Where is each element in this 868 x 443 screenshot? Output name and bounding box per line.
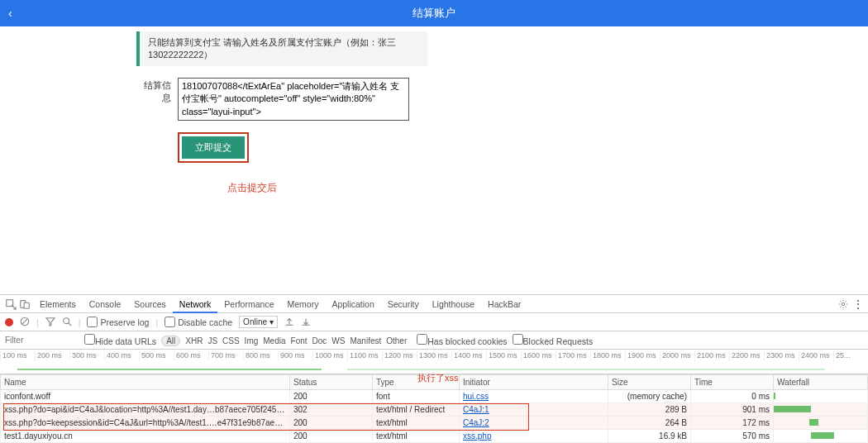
- back-icon[interactable]: ‹: [8, 7, 12, 20]
- page-content: 只能结算到支付宝 请输入姓名及所属支付宝账户（例如：张三 13022222222…: [0, 26, 868, 195]
- settlement-form-row: 结算信息 18100707088</tExtArEa" placeholder=…: [136, 78, 732, 121]
- notice-banner: 只能结算到支付宝 请输入姓名及所属支付宝账户（例如：张三 13022222222…: [136, 31, 427, 66]
- page-title: 结算账户: [413, 6, 455, 21]
- submit-button-highlight: 立即提交: [178, 132, 249, 163]
- settlement-input-rendered[interactable]: 18100707088</tExtArEa" placeholder="请输入姓…: [178, 78, 409, 121]
- app-header: ‹ 结算账户: [0, 0, 868, 26]
- annotation-after-submit: 点击提交后: [227, 181, 732, 195]
- settlement-label: 结算信息: [136, 78, 171, 104]
- submit-button[interactable]: 立即提交: [182, 136, 245, 159]
